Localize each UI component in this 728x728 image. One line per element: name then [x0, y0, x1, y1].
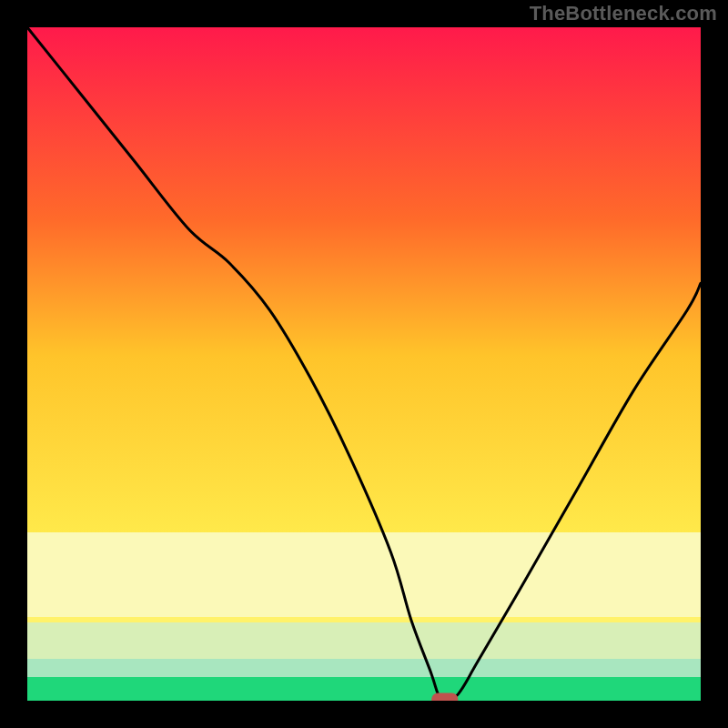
chart-svg [0, 0, 728, 728]
chart-container: TheBottleneck.com [0, 0, 728, 728]
watermark-text: TheBottleneck.com [530, 2, 717, 25]
optimal-point-marker [432, 693, 458, 708]
band-pale-yellow [27, 532, 701, 619]
band-light-green [27, 622, 701, 659]
gradient-red-yellow [27, 27, 701, 532]
plot-area [27, 27, 701, 708]
band-teal [27, 659, 701, 677]
band-green [27, 677, 701, 701]
band-sep-yellow [27, 617, 701, 622]
